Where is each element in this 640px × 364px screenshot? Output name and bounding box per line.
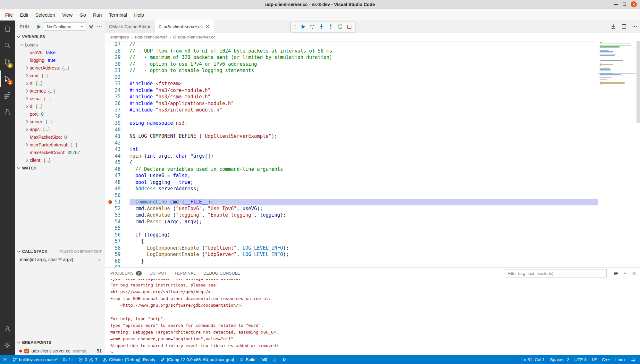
status-remote[interactable] [0, 355, 10, 364]
gutter-47[interactable]: 47 [105, 172, 130, 179]
breakpoints-section-header[interactable]: BREAKPOINTS [15, 338, 105, 347]
variable-row[interactable]: useV6: false [15, 49, 105, 56]
gutter-37[interactable]: 37 [105, 107, 130, 113]
activity-run-and-debug[interactable]: 1 [0, 70, 15, 87]
code-line-42[interactable]: 42 [105, 140, 598, 146]
gutter-30[interactable]: 30 [105, 61, 130, 68]
gutter-55[interactable]: 55 [105, 225, 130, 232]
code-line-41[interactable]: 41 NS_LOG_COMPONENT_DEFINE ("UdpClientSe… [105, 133, 598, 140]
editor-scrollbar[interactable] [636, 41, 640, 267]
menu-run[interactable]: Run [89, 9, 105, 21]
gutter-34[interactable]: 34 [105, 87, 130, 94]
restart-icon[interactable] [336, 22, 344, 31]
code-line-51[interactable]: ▶51 CommandLine cmd (__FILE__); [105, 199, 598, 205]
gutter-28[interactable]: 28 [105, 48, 130, 54]
gutter-43[interactable]: 43 [105, 146, 130, 153]
status-cursor-position[interactable]: Ln 51, Col 1 [519, 355, 547, 364]
code-line-57[interactable]: 57 { [105, 238, 598, 245]
variable-row[interactable]: interPacketInterval: {...} [15, 141, 105, 149]
variable-row[interactable]: MaxPacketSize: 0 [15, 133, 105, 141]
status-git-sync[interactable]: 0↓ 1↑ [60, 355, 76, 364]
menu-terminal[interactable]: Terminal [105, 9, 131, 21]
variable-row[interactable]: maxPacketCount: 32767 [15, 149, 105, 156]
variable-row[interactable]: port: 0 [15, 110, 105, 118]
code-line-56[interactable]: 56 if (logging) [105, 232, 598, 238]
code-line-40[interactable]: 40 [105, 127, 598, 133]
panel-tab-terminal[interactable]: TERMINAL [174, 268, 196, 279]
editor-tab-0[interactable]: CMake Cache Editor [105, 21, 155, 33]
variable-row[interactable]: serverAddress: {...} [15, 64, 105, 72]
menu-view[interactable]: View [59, 9, 76, 21]
gutter-38[interactable]: 38 [105, 113, 130, 120]
gutter-59[interactable]: 59 [105, 251, 130, 258]
code-line-33[interactable]: 33 #include <fstream> [105, 80, 598, 87]
code-line-58[interactable]: 58 LogComponentEnable ("UdpClient", LOG_… [105, 245, 598, 252]
status-cmake-kit[interactable]: [Clang 12.0.0 x86_64-pc-linux-gnu] [158, 355, 237, 364]
close-button[interactable]: × [631, 1, 637, 7]
console-line[interactable]: <http://www.gnu.org/software/gdb/documen… [110, 302, 640, 309]
activity-accounts[interactable] [0, 320, 15, 337]
menu-go[interactable]: Go [76, 9, 89, 21]
step-into-icon[interactable] [317, 22, 326, 31]
status-cmake-status[interactable]: CMake: [Debug]: Ready [100, 355, 158, 364]
variable-row[interactable]: csma: {...} [15, 95, 105, 103]
menu-file[interactable]: File [2, 9, 16, 21]
status-cmake-target[interactable]: [all] [258, 355, 270, 364]
code-line-61[interactable]: 61 [105, 264, 598, 267]
gutter-40[interactable]: 40 [105, 127, 130, 133]
variable-row[interactable]: d: {...} [15, 103, 105, 110]
breadcrumb-item[interactable]: udp-client-server [135, 35, 167, 39]
close-panel-icon[interactable] [631, 271, 637, 276]
code-line-50[interactable]: 50 [105, 192, 598, 199]
gutter-58[interactable]: 58 [105, 245, 130, 252]
gutter-35[interactable]: 35 [105, 94, 130, 100]
menu-selection[interactable]: Selection [32, 9, 59, 21]
activity-testing[interactable] [0, 104, 15, 120]
status-cmake-build[interactable]: Build [237, 355, 258, 364]
maximize-button[interactable] [623, 3, 626, 6]
console-line[interactable]: <https://www.gnu.org/software/gdb/bugs/>… [110, 288, 640, 295]
activity-explorer[interactable] [0, 21, 15, 37]
gutter-39[interactable]: 39 [105, 120, 130, 127]
code-line-35[interactable]: 35 #include "ns3/csma-module.h" [105, 94, 598, 100]
split-editor-icon[interactable] [621, 24, 627, 29]
code-line-29[interactable]: 29 // - maximum of 320 packets sent (or … [105, 54, 598, 61]
gutter-50[interactable]: 50 [105, 192, 130, 199]
close-tab-icon[interactable] [205, 24, 210, 29]
panel-tab-debug-console[interactable]: DEBUG CONSOLE [203, 268, 240, 279]
variables-section-header[interactable]: VARIABLES [15, 33, 105, 41]
code-editor[interactable]: 27 // 28 // - UDP flow from n0 to n1 of … [105, 41, 640, 267]
status-cmake-test[interactable] [270, 355, 280, 364]
panel-tab-output[interactable]: OUTPUT [149, 268, 167, 279]
activity-manage[interactable] [0, 337, 15, 354]
code-line-38[interactable]: 38 [105, 113, 598, 120]
variable-row[interactable]: n: {...} [15, 79, 105, 87]
debug-console[interactable]: Type "show configuration" for configurat… [105, 279, 640, 355]
stop-icon[interactable] [345, 22, 354, 31]
gutter-57[interactable]: 57 [105, 238, 130, 245]
console-filter-input[interactable] [505, 269, 607, 277]
gutter-56[interactable]: 56 [105, 232, 130, 238]
gutter-51[interactable]: ▶51 [105, 199, 130, 205]
code-line-54[interactable]: 54 cmd.Parse (argc, argv); [105, 219, 598, 225]
step-out-icon[interactable] [326, 22, 335, 31]
maximize-panel-icon[interactable] [622, 271, 628, 276]
code-line-37[interactable]: 37 #include "ns3/internet-module.h" [105, 107, 598, 113]
code-line-48[interactable]: 48 bool logging = true; [105, 179, 598, 186]
status-notifications[interactable] [628, 355, 638, 364]
variable-row[interactable]: client: {...} [15, 156, 105, 164]
status-os[interactable]: Linux [613, 355, 628, 364]
editor-tab-1[interactable]: C udp-client-server.cc [155, 21, 214, 33]
code-line-39[interactable]: 39 using namespace ns3; [105, 120, 598, 127]
stack-frame-main[interactable]: main(int argc, char ** argv) u. [15, 256, 105, 263]
watch-section-header[interactable]: WATCH [15, 164, 105, 172]
code-line-31[interactable]: 31 // - option to disable logging statem… [105, 67, 598, 74]
gutter-42[interactable]: 42 [105, 140, 130, 146]
gutter-46[interactable]: 46 [105, 166, 130, 173]
code-line-44[interactable]: 44 main (int argc, char *argv[]) [105, 153, 598, 160]
scrollbar-slider[interactable] [636, 41, 640, 123]
minimize-button[interactable] [614, 4, 618, 5]
status-eol[interactable]: LF [589, 355, 599, 364]
more-actions-icon[interactable] [97, 24, 102, 30]
gutter-33[interactable]: 33 [105, 80, 130, 87]
